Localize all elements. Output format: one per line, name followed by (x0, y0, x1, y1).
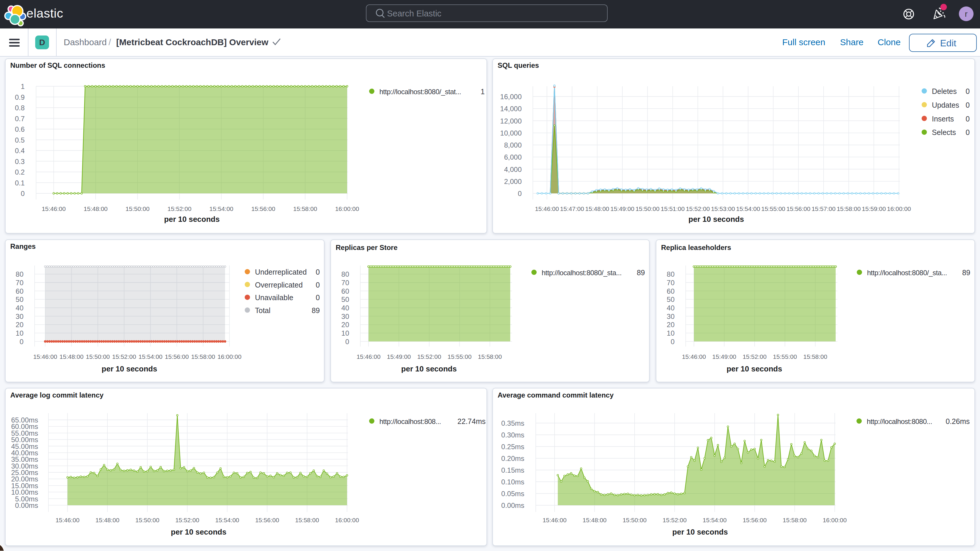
svg-text:15:52:00: 15:52:00 (743, 353, 767, 360)
svg-text:http://localhost:8080/_sta...: http://localhost:8080/_sta... (867, 269, 947, 277)
svg-text:10: 10 (341, 329, 349, 337)
svg-text:89: 89 (312, 306, 320, 315)
svg-text:15:59:00: 15:59:00 (862, 205, 886, 212)
svg-text:per 10 seconds: per 10 seconds (102, 365, 157, 373)
svg-text:http://localhost:8080/_stat...: http://localhost:8080/_stat... (379, 88, 461, 96)
svg-text:per 10 seconds: per 10 seconds (401, 365, 457, 373)
svg-text:0: 0 (966, 101, 970, 109)
svg-text:15:55:00: 15:55:00 (761, 205, 786, 212)
svg-text:15:47:00: 15:47:00 (560, 205, 584, 212)
svg-text:0: 0 (966, 128, 970, 137)
svg-text:40: 40 (667, 304, 675, 312)
svg-text:15:54:00: 15:54:00 (138, 353, 162, 360)
svg-text:15:46:00: 15:46:00 (33, 353, 57, 360)
svg-text:0.2: 0.2 (15, 168, 25, 176)
svg-text:0: 0 (966, 87, 970, 96)
svg-text:15:52:00: 15:52:00 (112, 353, 136, 360)
svg-text:15:52:00: 15:52:00 (417, 353, 441, 360)
svg-text:16:00:00: 16:00:00 (218, 353, 242, 360)
svg-text:15:46:00: 15:46:00 (535, 205, 559, 212)
svg-text:1: 1 (21, 83, 25, 90)
svg-text:0.25ms: 0.25ms (501, 443, 524, 451)
svg-text:SQL queries: SQL queries (498, 61, 539, 69)
svg-text:16:00:00: 16:00:00 (887, 205, 911, 212)
svg-text:15:56:00: 15:56:00 (786, 205, 810, 212)
svg-text:http://localhost:808...: http://localhost:808... (379, 417, 441, 425)
svg-text:89: 89 (962, 268, 970, 277)
svg-text:Updates: Updates (932, 101, 959, 109)
svg-text:0: 0 (20, 338, 24, 346)
svg-text:0: 0 (345, 338, 349, 346)
svg-text:15:58:00: 15:58:00 (478, 353, 502, 360)
svg-text:15:46:00: 15:46:00 (356, 353, 380, 360)
svg-text:15:49:00: 15:49:00 (387, 353, 411, 360)
svg-text:0.10ms: 0.10ms (501, 478, 524, 486)
svg-text:10: 10 (16, 329, 24, 337)
svg-text:0: 0 (21, 190, 25, 197)
svg-text:30: 30 (667, 312, 675, 320)
svg-text:80: 80 (16, 270, 24, 278)
svg-text:70: 70 (667, 279, 675, 287)
svg-text:15:50:00: 15:50:00 (636, 205, 660, 212)
svg-text:Underreplicated: Underreplicated (255, 268, 307, 276)
svg-text:20: 20 (667, 321, 675, 329)
svg-text:15:46:00: 15:46:00 (56, 517, 80, 524)
svg-text:0.35ms: 0.35ms (501, 419, 524, 427)
svg-text:22.74ms: 22.74ms (457, 417, 485, 425)
svg-text:15:48:00: 15:48:00 (84, 205, 108, 212)
svg-text:30: 30 (341, 312, 349, 320)
svg-text:15:50:00: 15:50:00 (86, 353, 110, 360)
svg-text:Average command commit latency: Average command commit latency (498, 391, 614, 399)
svg-text:Ranges: Ranges (10, 242, 36, 250)
svg-text:50: 50 (341, 295, 349, 303)
svg-text:0.5: 0.5 (15, 136, 25, 144)
svg-text:40: 40 (341, 304, 349, 312)
svg-text:15:54:00: 15:54:00 (210, 205, 234, 212)
svg-text:0: 0 (316, 293, 320, 302)
svg-text:Selects: Selects (932, 128, 956, 137)
svg-text:http://localhost:8080/_sta...: http://localhost:8080/_sta... (542, 269, 622, 277)
svg-text:14,000: 14,000 (500, 105, 522, 113)
svg-text:15:48:00: 15:48:00 (60, 353, 84, 360)
svg-text:15:57:00: 15:57:00 (811, 205, 836, 212)
svg-text:per 10 seconds: per 10 seconds (171, 527, 226, 536)
svg-text:12,000: 12,000 (500, 117, 522, 125)
svg-text:1: 1 (480, 88, 485, 96)
svg-text:per 10 seconds: per 10 seconds (164, 215, 220, 224)
svg-text:15:53:00: 15:53:00 (711, 205, 735, 212)
svg-text:0.8: 0.8 (15, 104, 25, 112)
svg-text:0: 0 (316, 281, 320, 289)
svg-text:Overreplicated: Overreplicated (255, 281, 303, 289)
svg-text:16:00:00: 16:00:00 (335, 517, 359, 524)
svg-text:Deletes: Deletes (932, 87, 957, 96)
svg-text:50: 50 (667, 295, 675, 303)
svg-text:Replica leaseholders: Replica leaseholders (661, 244, 731, 252)
svg-text:0: 0 (966, 115, 970, 123)
svg-text:15:58:00: 15:58:00 (803, 353, 827, 360)
svg-text:15:56:00: 15:56:00 (165, 353, 189, 360)
svg-text:20: 20 (16, 321, 24, 329)
svg-text:50: 50 (16, 295, 24, 303)
svg-text:15:58:00: 15:58:00 (293, 205, 317, 212)
svg-text:15:48:00: 15:48:00 (585, 205, 609, 212)
svg-text:16:00:00: 16:00:00 (335, 205, 359, 212)
svg-text:15:52:00: 15:52:00 (662, 517, 687, 524)
svg-text:0.9: 0.9 (15, 93, 25, 101)
svg-text:15:58:00: 15:58:00 (295, 517, 319, 524)
svg-text:10,000: 10,000 (500, 129, 522, 137)
svg-text:70: 70 (341, 279, 349, 287)
svg-text:30: 30 (16, 312, 24, 320)
svg-text:15:55:00: 15:55:00 (447, 353, 471, 360)
svg-text:15:52:00: 15:52:00 (175, 517, 199, 524)
svg-text:0.15ms: 0.15ms (501, 466, 524, 474)
svg-text:0.7: 0.7 (15, 115, 25, 123)
svg-text:0.00ms: 0.00ms (501, 502, 524, 510)
svg-text:Total: Total (255, 306, 270, 315)
svg-text:per 10 seconds: per 10 seconds (672, 527, 728, 536)
svg-text:20: 20 (341, 321, 349, 329)
svg-text:15:54:00: 15:54:00 (215, 517, 239, 524)
svg-text:15:58:00: 15:58:00 (783, 517, 807, 524)
svg-text:http://localhost:8080...: http://localhost:8080... (867, 417, 932, 425)
svg-text:15:50:00: 15:50:00 (135, 517, 159, 524)
svg-text:80: 80 (341, 270, 349, 278)
